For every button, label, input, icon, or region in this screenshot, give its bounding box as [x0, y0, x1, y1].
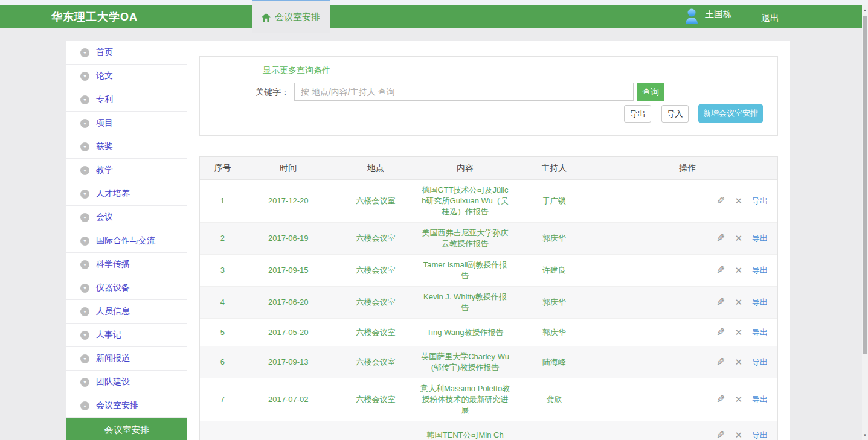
scrollbar-thumb[interactable] [863, 16, 867, 354]
sidebar-item-label: 大事记 [96, 330, 121, 340]
edit-pencil-icon[interactable]: ✎ [716, 297, 725, 308]
row-export-link[interactable]: 导出 [752, 233, 768, 244]
sidebar-item[interactable]: 人员信息 [66, 300, 187, 324]
edit-pencil-icon[interactable]: ✎ [716, 357, 725, 368]
user-avatar-icon[interactable] [684, 8, 699, 24]
sidebar-item[interactable]: 仪器设备 [66, 276, 187, 300]
edit-pencil-icon[interactable]: ✎ [716, 327, 725, 338]
chevron-circle-icon [80, 142, 89, 151]
sidebar-item-label: 论文 [96, 71, 113, 81]
table-row: 7 2017-07-02 六楼会议室 意大利Massimo Poletto教授粉… [200, 378, 777, 421]
sidebar-item-label: 团队建设 [96, 377, 130, 387]
col-header-num: 序号 [200, 157, 245, 179]
row-time: 2017-07-02 [245, 378, 332, 421]
col-header-content: 内容 [420, 157, 510, 179]
add-meeting-button[interactable]: 新增会议室安排 [698, 104, 763, 123]
edit-pencil-icon[interactable]: ✎ [716, 265, 725, 276]
keyword-input[interactable] [294, 83, 634, 101]
delete-x-icon[interactable]: ✕ [735, 196, 742, 206]
row-location: 六楼会议室 [332, 180, 420, 222]
sidebar-active-submenu[interactable]: 会议室安排 [66, 418, 187, 440]
scrollbar-up-arrow-icon[interactable]: ▲ [862, 5, 868, 15]
keyword-label: 关键字： [235, 87, 289, 98]
row-export-link[interactable]: 导出 [752, 357, 768, 368]
delete-x-icon[interactable]: ✕ [735, 430, 742, 440]
row-content: 德国GTT技术公司及Jülich研究所Guixuan Wu（吴桂选）作报告 [420, 180, 510, 222]
sidebar-item[interactable]: 教学 [66, 159, 187, 182]
sidebar-item[interactable]: 论文 [66, 65, 187, 88]
main-panel: 显示更多查询条件 关键字： 查询 导出 导入 新增会议室安排 序号 时间 地点 … [187, 41, 790, 440]
table-row: 6 2017-09-13 六楼会议室 英国萨里大学Charley Wu(邬传宇)… [200, 346, 777, 378]
row-export-link[interactable]: 导出 [752, 327, 768, 338]
app-title: 华东理工大学OA [51, 5, 138, 28]
chevron-circle-icon [80, 190, 89, 199]
sidebar-item[interactable]: 会议室安排 [66, 394, 187, 418]
sidebar-item-label: 获奖 [96, 141, 113, 152]
import-button[interactable]: 导入 [661, 105, 689, 123]
sidebar-item[interactable]: 科学传播 [66, 253, 187, 276]
chevron-circle-icon [80, 401, 89, 410]
sidebar-item-label: 科学传播 [96, 259, 130, 270]
scrollbar-down-arrow-icon[interactable]: ▼ [862, 430, 868, 440]
chevron-circle-icon [80, 354, 89, 363]
row-host: 郭庆华 [510, 223, 598, 254]
sidebar-item[interactable]: 首页 [66, 41, 187, 65]
chevron-circle-icon [80, 166, 89, 175]
vertical-scrollbar[interactable]: ▲ ▼ [862, 5, 868, 440]
sidebar-item[interactable]: 项目 [66, 112, 187, 135]
row-content: Ting Wang教授作报告 [420, 319, 510, 346]
row-export-link[interactable]: 导出 [752, 297, 768, 308]
row-actions: ✎ ✕ 导出 [598, 421, 777, 440]
row-actions: ✎ ✕ 导出 [598, 378, 777, 421]
meetings-table: 序号 时间 地点 内容 主持人 操作 1 2017-12-20 六楼会议室 德国… [199, 156, 778, 440]
row-time: 2017-06-19 [245, 223, 332, 254]
col-header-actions: 操作 [598, 157, 777, 179]
delete-x-icon[interactable]: ✕ [735, 394, 742, 405]
edit-pencil-icon[interactable]: ✎ [716, 394, 725, 405]
sidebar-item[interactable]: 人才培养 [66, 182, 187, 206]
sidebar-item[interactable]: 获奖 [66, 135, 187, 159]
row-num [200, 421, 245, 440]
home-icon [262, 13, 271, 22]
logout-link[interactable]: 退出 [761, 13, 779, 24]
row-time: 2017-09-13 [245, 346, 332, 378]
table-row: 5 2017-05-20 六楼会议室 Ting Wang教授作报告 郭庆华 ✎ … [200, 319, 777, 346]
sidebar-item[interactable]: 会议 [66, 206, 187, 229]
row-export-link[interactable]: 导出 [752, 196, 768, 206]
delete-x-icon[interactable]: ✕ [735, 265, 742, 276]
edit-pencil-icon[interactable]: ✎ [716, 196, 725, 206]
sidebar-item[interactable]: 国际合作与交流 [66, 229, 187, 253]
sidebar-item-label: 项目 [96, 118, 113, 129]
sidebar-item-label: 人员信息 [96, 306, 130, 317]
delete-x-icon[interactable]: ✕ [735, 327, 742, 338]
row-content: Tamer Ismail副教授作报告 [420, 255, 510, 286]
browser-top-strip [0, 0, 868, 5]
row-actions: ✎ ✕ 导出 [598, 319, 777, 346]
row-num: 3 [200, 255, 245, 286]
edit-pencil-icon[interactable]: ✎ [716, 430, 725, 440]
sidebar-item-label: 人才培养 [96, 188, 130, 199]
delete-x-icon[interactable]: ✕ [735, 233, 742, 244]
sidebar-item[interactable]: 大事记 [66, 324, 187, 347]
row-export-link[interactable]: 导出 [752, 430, 768, 440]
sidebar-item-label: 国际合作与交流 [96, 235, 155, 246]
row-export-link[interactable]: 导出 [752, 394, 768, 405]
more-filters-link[interactable]: 显示更多查询条件 [263, 65, 330, 76]
delete-x-icon[interactable]: ✕ [735, 357, 742, 368]
chevron-circle-icon [80, 307, 89, 316]
row-actions: ✎ ✕ 导出 [598, 255, 777, 286]
edit-pencil-icon[interactable]: ✎ [716, 233, 725, 244]
sidebar-item-label: 新闻报道 [96, 353, 130, 364]
tab-meeting-room-schedule[interactable]: 会议室安排 [252, 0, 330, 33]
sidebar-item[interactable]: 团队建设 [66, 371, 187, 394]
chevron-circle-icon [80, 237, 89, 246]
export-button[interactable]: 导出 [624, 105, 651, 123]
chevron-circle-icon [80, 378, 89, 387]
search-button[interactable]: 查询 [637, 83, 664, 101]
sidebar-item[interactable]: 专利 [66, 88, 187, 112]
table-header-row: 序号 时间 地点 内容 主持人 操作 [200, 157, 777, 180]
delete-x-icon[interactable]: ✕ [735, 297, 742, 308]
sidebar-item[interactable]: 新闻报道 [66, 347, 187, 371]
row-export-link[interactable]: 导出 [752, 265, 768, 276]
row-host: 陆海峰 [510, 346, 598, 378]
